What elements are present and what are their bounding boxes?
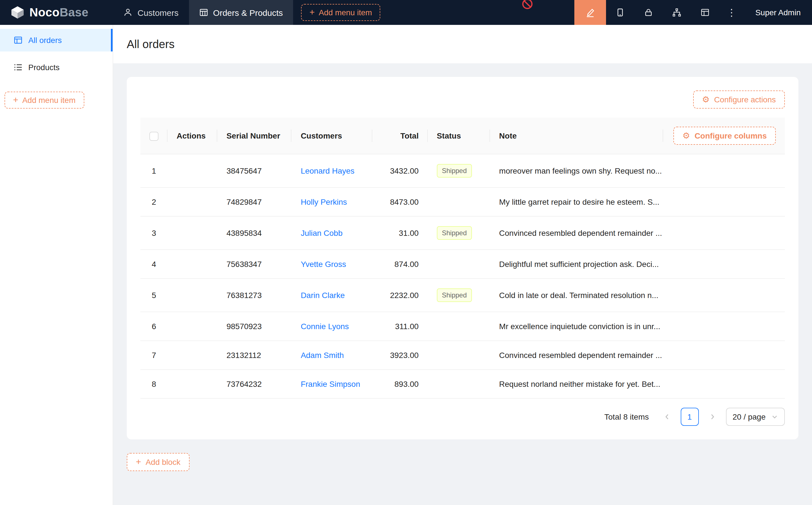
layout-icon <box>700 8 709 17</box>
note-cell: moreover man feelings own shy. Request n… <box>490 154 663 187</box>
row-actions-cell <box>167 279 217 312</box>
config-column-spacer <box>663 216 785 250</box>
row-actions-cell <box>167 369 217 398</box>
customer-link[interactable]: Holly Perkins <box>301 197 347 206</box>
customer-cell: Julian Cobb <box>292 216 372 250</box>
top-menu-item-orders-products[interactable]: Orders & Products <box>189 0 293 25</box>
total-cell: 31.00 <box>372 216 427 250</box>
page-size-value: 20 / page <box>732 412 766 421</box>
orders-icon <box>14 36 23 45</box>
row-actions-cell <box>167 154 217 187</box>
ui-editor-button[interactable] <box>574 0 606 25</box>
customer-link[interactable]: Darin Clarke <box>301 291 345 300</box>
page-size-select[interactable]: 20 / page <box>726 408 785 426</box>
customer-cell: Frankie Simpson <box>292 369 372 398</box>
sidebar-add-menu-item-label: Add menu item <box>22 96 76 105</box>
orders-table-body: 138475647Leonard Hayes3432.00Shippedmore… <box>140 154 785 398</box>
status-cell <box>428 312 490 341</box>
column-header-note: Note <box>490 118 663 154</box>
row-actions-cell <box>167 187 217 216</box>
access-control-button[interactable] <box>634 0 663 25</box>
more-actions-button[interactable]: ⋮ <box>719 0 744 25</box>
row-index: 1 <box>140 154 167 187</box>
customer-link[interactable]: Leonard Hayes <box>301 166 355 175</box>
topbar-add-menu-item-label: Add menu item <box>319 8 372 17</box>
customer-link[interactable]: Connie Lyons <box>301 322 349 331</box>
pagination-prev-button[interactable] <box>658 408 676 426</box>
total-cell: 8473.00 <box>372 187 427 216</box>
sidebar-item-all-orders[interactable]: All orders <box>0 29 113 51</box>
api-workflow-button[interactable] <box>663 0 691 25</box>
table-header-row: Actions Serial Number Customers Total St… <box>140 118 785 154</box>
main-area: All orders ⚙ Configure actions <box>113 25 812 505</box>
config-column-spacer <box>663 369 785 398</box>
note-cell: Request norland neither mistake for yet.… <box>490 369 663 398</box>
pagination-page-1[interactable]: 1 <box>680 408 698 426</box>
customer-link[interactable]: Julian Cobb <box>301 228 343 237</box>
configure-columns-button[interactable]: ⚙ Configure columns <box>673 127 776 145</box>
page-content: ⚙ Configure actions <box>113 63 812 505</box>
status-tag: Shipped <box>437 164 472 178</box>
logo-text-noco: Noco <box>29 6 60 19</box>
sidebar-item-products[interactable]: Products <box>0 56 113 78</box>
total-cell: 3923.00 <box>372 341 427 369</box>
sidebar-item-label: All orders <box>28 36 62 45</box>
total-cell: 311.00 <box>372 312 427 341</box>
column-header-total: Total <box>372 118 427 154</box>
page-header: All orders <box>113 25 812 63</box>
customer-cell: Holly Perkins <box>292 187 372 216</box>
table-row: 138475647Leonard Hayes3432.00Shippedmore… <box>140 154 785 187</box>
customer-link[interactable]: Frankie Simpson <box>301 379 360 388</box>
config-column-spacer <box>663 312 785 341</box>
table-row: 873764232Frankie Simpson893.00Request no… <box>140 369 785 398</box>
table-row: 343895834Julian Cobb31.00ShippedConvince… <box>140 216 785 250</box>
pagination-total: Total 8 items <box>604 412 649 421</box>
status-cell <box>428 187 490 216</box>
mobile-icon <box>616 8 625 17</box>
row-actions-cell <box>167 312 217 341</box>
total-cell: 874.00 <box>372 250 427 279</box>
serial-number-cell: 74829847 <box>217 187 291 216</box>
configure-columns-header-cell: ⚙ Configure columns <box>663 118 785 154</box>
config-column-spacer <box>663 250 785 279</box>
row-actions-cell <box>167 216 217 250</box>
gear-icon: ⚙ <box>702 95 709 104</box>
sidebar-add-menu-item-button[interactable]: + Add menu item <box>5 92 84 109</box>
status-cell: Shipped <box>428 154 490 187</box>
configure-actions-button[interactable]: ⚙ Configure actions <box>693 91 785 109</box>
add-block-button[interactable]: + Add block <box>127 453 189 471</box>
row-actions-cell <box>167 250 217 279</box>
gear-icon: ⚙ <box>682 132 690 140</box>
serial-number-cell: 43895834 <box>217 216 291 250</box>
select-all-checkbox[interactable] <box>149 132 158 141</box>
config-column-spacer <box>663 187 785 216</box>
status-cell <box>428 341 490 369</box>
select-all-header-cell <box>140 118 167 154</box>
mobile-client-button[interactable] <box>606 0 634 25</box>
logo-mark-icon <box>10 6 25 19</box>
user-menu[interactable]: Super Admin <box>744 0 812 25</box>
list-icon <box>14 63 23 72</box>
topbar-add-menu-item-button[interactable]: + Add menu item <box>301 4 381 21</box>
total-cell: 2232.00 <box>372 279 427 312</box>
customer-link[interactable]: Adam Smith <box>301 351 344 360</box>
ellipsis-vertical-icon: ⋮ <box>727 6 736 18</box>
serial-number-cell: 75638347 <box>217 250 291 279</box>
nocobase-logo[interactable]: NocoBase <box>0 0 113 25</box>
chevron-down-icon <box>771 413 778 420</box>
prohibition-icon <box>522 0 533 12</box>
plugin-manager-button[interactable] <box>691 0 719 25</box>
orders-table-block: ⚙ Configure actions <box>127 77 798 440</box>
serial-number-cell: 76381273 <box>217 279 291 312</box>
serial-number-cell: 38475647 <box>217 154 291 187</box>
apartment-icon <box>672 8 681 17</box>
row-index: 7 <box>140 341 167 369</box>
top-menu-item-customers[interactable]: Customers <box>113 0 189 25</box>
total-cell: 3432.00 <box>372 154 427 187</box>
customer-link[interactable]: Yvette Gross <box>301 260 346 269</box>
total-cell: 893.00 <box>372 369 427 398</box>
customer-cell: Adam Smith <box>292 341 372 369</box>
pagination-next-button[interactable] <box>703 408 721 426</box>
row-index: 4 <box>140 250 167 279</box>
customer-cell: Leonard Hayes <box>292 154 372 187</box>
